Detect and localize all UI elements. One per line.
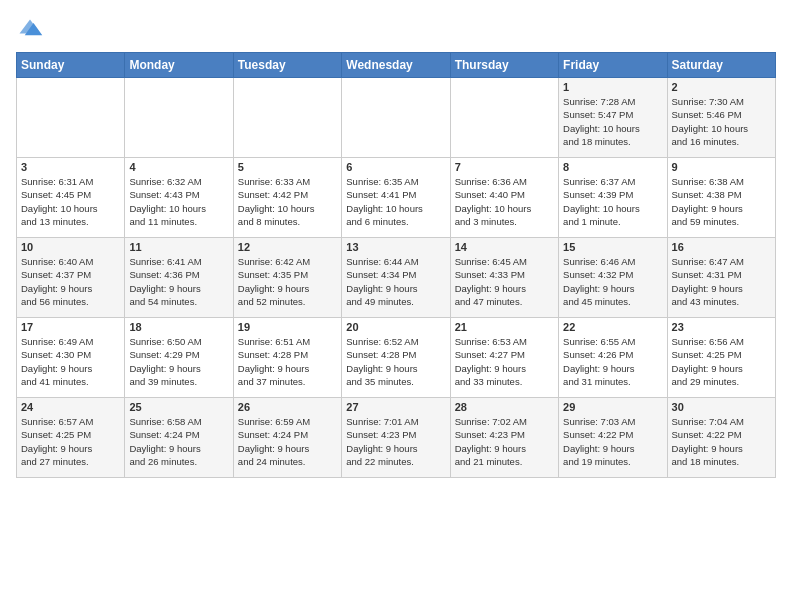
day-number: 20 — [346, 321, 445, 333]
day-info: Sunrise: 6:32 AM Sunset: 4:43 PM Dayligh… — [129, 175, 228, 228]
day-info: Sunrise: 6:59 AM Sunset: 4:24 PM Dayligh… — [238, 415, 337, 468]
day-number: 22 — [563, 321, 662, 333]
day-info: Sunrise: 6:55 AM Sunset: 4:26 PM Dayligh… — [563, 335, 662, 388]
day-info: Sunrise: 7:28 AM Sunset: 5:47 PM Dayligh… — [563, 95, 662, 148]
header-monday: Monday — [125, 53, 233, 78]
calendar-cell — [17, 78, 125, 158]
day-info: Sunrise: 6:42 AM Sunset: 4:35 PM Dayligh… — [238, 255, 337, 308]
day-number: 4 — [129, 161, 228, 173]
day-info: Sunrise: 6:46 AM Sunset: 4:32 PM Dayligh… — [563, 255, 662, 308]
calendar-cell: 2Sunrise: 7:30 AM Sunset: 5:46 PM Daylig… — [667, 78, 775, 158]
day-number: 3 — [21, 161, 120, 173]
day-number: 17 — [21, 321, 120, 333]
day-number: 5 — [238, 161, 337, 173]
calendar-cell: 26Sunrise: 6:59 AM Sunset: 4:24 PM Dayli… — [233, 398, 341, 478]
day-number: 16 — [672, 241, 771, 253]
calendar-cell: 14Sunrise: 6:45 AM Sunset: 4:33 PM Dayli… — [450, 238, 558, 318]
calendar-cell — [342, 78, 450, 158]
day-number: 27 — [346, 401, 445, 413]
calendar-cell: 27Sunrise: 7:01 AM Sunset: 4:23 PM Dayli… — [342, 398, 450, 478]
header-friday: Friday — [559, 53, 667, 78]
calendar-cell: 10Sunrise: 6:40 AM Sunset: 4:37 PM Dayli… — [17, 238, 125, 318]
day-info: Sunrise: 6:31 AM Sunset: 4:45 PM Dayligh… — [21, 175, 120, 228]
day-info: Sunrise: 7:01 AM Sunset: 4:23 PM Dayligh… — [346, 415, 445, 468]
day-number: 13 — [346, 241, 445, 253]
calendar-cell: 5Sunrise: 6:33 AM Sunset: 4:42 PM Daylig… — [233, 158, 341, 238]
header — [16, 16, 776, 44]
day-info: Sunrise: 6:35 AM Sunset: 4:41 PM Dayligh… — [346, 175, 445, 228]
day-info: Sunrise: 6:45 AM Sunset: 4:33 PM Dayligh… — [455, 255, 554, 308]
day-info: Sunrise: 6:37 AM Sunset: 4:39 PM Dayligh… — [563, 175, 662, 228]
day-info: Sunrise: 7:02 AM Sunset: 4:23 PM Dayligh… — [455, 415, 554, 468]
day-number: 29 — [563, 401, 662, 413]
logo — [16, 16, 48, 44]
week-row-3: 17Sunrise: 6:49 AM Sunset: 4:30 PM Dayli… — [17, 318, 776, 398]
calendar-header: SundayMondayTuesdayWednesdayThursdayFrid… — [17, 53, 776, 78]
calendar-table: SundayMondayTuesdayWednesdayThursdayFrid… — [16, 52, 776, 478]
day-info: Sunrise: 7:03 AM Sunset: 4:22 PM Dayligh… — [563, 415, 662, 468]
day-info: Sunrise: 6:56 AM Sunset: 4:25 PM Dayligh… — [672, 335, 771, 388]
calendar-cell: 15Sunrise: 6:46 AM Sunset: 4:32 PM Dayli… — [559, 238, 667, 318]
day-info: Sunrise: 6:52 AM Sunset: 4:28 PM Dayligh… — [346, 335, 445, 388]
calendar-cell: 25Sunrise: 6:58 AM Sunset: 4:24 PM Dayli… — [125, 398, 233, 478]
calendar-cell: 17Sunrise: 6:49 AM Sunset: 4:30 PM Dayli… — [17, 318, 125, 398]
calendar-cell — [233, 78, 341, 158]
calendar-cell: 16Sunrise: 6:47 AM Sunset: 4:31 PM Dayli… — [667, 238, 775, 318]
day-number: 19 — [238, 321, 337, 333]
calendar-cell: 1Sunrise: 7:28 AM Sunset: 5:47 PM Daylig… — [559, 78, 667, 158]
calendar-cell: 8Sunrise: 6:37 AM Sunset: 4:39 PM Daylig… — [559, 158, 667, 238]
day-number: 10 — [21, 241, 120, 253]
day-number: 26 — [238, 401, 337, 413]
logo-icon — [16, 16, 44, 44]
calendar-cell: 9Sunrise: 6:38 AM Sunset: 4:38 PM Daylig… — [667, 158, 775, 238]
day-number: 9 — [672, 161, 771, 173]
day-number: 25 — [129, 401, 228, 413]
calendar-cell — [125, 78, 233, 158]
day-info: Sunrise: 6:58 AM Sunset: 4:24 PM Dayligh… — [129, 415, 228, 468]
header-thursday: Thursday — [450, 53, 558, 78]
calendar-cell: 23Sunrise: 6:56 AM Sunset: 4:25 PM Dayli… — [667, 318, 775, 398]
calendar-cell: 20Sunrise: 6:52 AM Sunset: 4:28 PM Dayli… — [342, 318, 450, 398]
header-saturday: Saturday — [667, 53, 775, 78]
day-info: Sunrise: 6:53 AM Sunset: 4:27 PM Dayligh… — [455, 335, 554, 388]
calendar-cell: 6Sunrise: 6:35 AM Sunset: 4:41 PM Daylig… — [342, 158, 450, 238]
calendar-cell: 18Sunrise: 6:50 AM Sunset: 4:29 PM Dayli… — [125, 318, 233, 398]
day-info: Sunrise: 6:40 AM Sunset: 4:37 PM Dayligh… — [21, 255, 120, 308]
calendar-cell: 11Sunrise: 6:41 AM Sunset: 4:36 PM Dayli… — [125, 238, 233, 318]
header-sunday: Sunday — [17, 53, 125, 78]
calendar-body: 1Sunrise: 7:28 AM Sunset: 5:47 PM Daylig… — [17, 78, 776, 478]
day-number: 18 — [129, 321, 228, 333]
header-wednesday: Wednesday — [342, 53, 450, 78]
calendar-cell: 4Sunrise: 6:32 AM Sunset: 4:43 PM Daylig… — [125, 158, 233, 238]
day-number: 15 — [563, 241, 662, 253]
day-number: 2 — [672, 81, 771, 93]
day-info: Sunrise: 6:38 AM Sunset: 4:38 PM Dayligh… — [672, 175, 771, 228]
day-info: Sunrise: 7:30 AM Sunset: 5:46 PM Dayligh… — [672, 95, 771, 148]
day-info: Sunrise: 6:51 AM Sunset: 4:28 PM Dayligh… — [238, 335, 337, 388]
week-row-2: 10Sunrise: 6:40 AM Sunset: 4:37 PM Dayli… — [17, 238, 776, 318]
day-number: 8 — [563, 161, 662, 173]
day-number: 23 — [672, 321, 771, 333]
day-info: Sunrise: 6:41 AM Sunset: 4:36 PM Dayligh… — [129, 255, 228, 308]
calendar-cell: 29Sunrise: 7:03 AM Sunset: 4:22 PM Dayli… — [559, 398, 667, 478]
day-info: Sunrise: 7:04 AM Sunset: 4:22 PM Dayligh… — [672, 415, 771, 468]
week-row-1: 3Sunrise: 6:31 AM Sunset: 4:45 PM Daylig… — [17, 158, 776, 238]
day-number: 30 — [672, 401, 771, 413]
day-info: Sunrise: 6:49 AM Sunset: 4:30 PM Dayligh… — [21, 335, 120, 388]
day-info: Sunrise: 6:36 AM Sunset: 4:40 PM Dayligh… — [455, 175, 554, 228]
calendar-cell: 7Sunrise: 6:36 AM Sunset: 4:40 PM Daylig… — [450, 158, 558, 238]
calendar-cell: 28Sunrise: 7:02 AM Sunset: 4:23 PM Dayli… — [450, 398, 558, 478]
day-info: Sunrise: 6:50 AM Sunset: 4:29 PM Dayligh… — [129, 335, 228, 388]
calendar-cell: 12Sunrise: 6:42 AM Sunset: 4:35 PM Dayli… — [233, 238, 341, 318]
calendar-cell: 30Sunrise: 7:04 AM Sunset: 4:22 PM Dayli… — [667, 398, 775, 478]
day-info: Sunrise: 6:57 AM Sunset: 4:25 PM Dayligh… — [21, 415, 120, 468]
day-number: 24 — [21, 401, 120, 413]
calendar-cell: 21Sunrise: 6:53 AM Sunset: 4:27 PM Dayli… — [450, 318, 558, 398]
calendar-cell — [450, 78, 558, 158]
week-row-4: 24Sunrise: 6:57 AM Sunset: 4:25 PM Dayli… — [17, 398, 776, 478]
day-number: 28 — [455, 401, 554, 413]
day-info: Sunrise: 6:47 AM Sunset: 4:31 PM Dayligh… — [672, 255, 771, 308]
day-number: 21 — [455, 321, 554, 333]
day-number: 1 — [563, 81, 662, 93]
calendar-cell: 22Sunrise: 6:55 AM Sunset: 4:26 PM Dayli… — [559, 318, 667, 398]
